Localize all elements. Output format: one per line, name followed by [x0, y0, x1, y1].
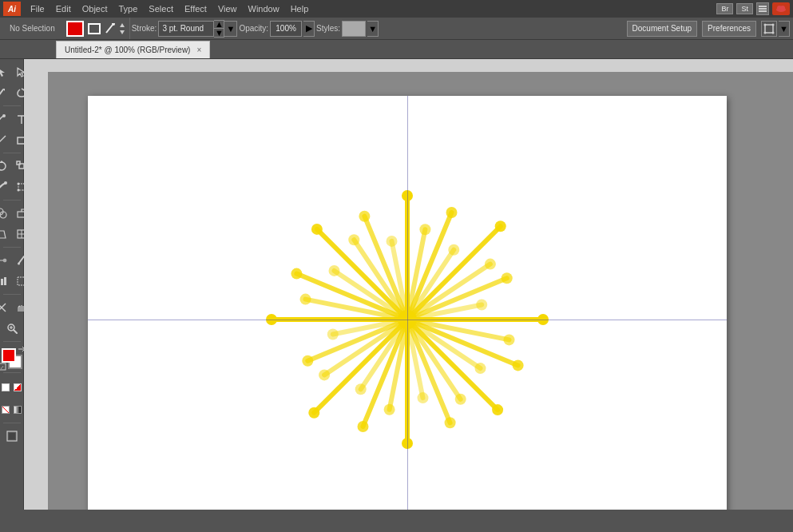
style-swatch[interactable] [342, 21, 366, 37]
svg-line-18 [0, 89, 3, 96]
screen-mode-btn[interactable] [2, 427, 22, 446]
svg-point-102 [311, 224, 323, 235]
stock-button[interactable]: St [736, 3, 753, 14]
svg-point-118 [495, 220, 506, 232]
menu-object[interactable]: Object [77, 2, 113, 15]
stroke-control[interactable]: 3 pt. Round ▲ ▼ ▼ [158, 20, 237, 38]
svg-point-74 [445, 417, 456, 428]
graph-tool-btn[interactable] [0, 272, 11, 291]
svg-point-72 [455, 394, 466, 405]
style-dropdown-btn[interactable]: ▼ [367, 21, 379, 37]
app-logo: Ai [3, 2, 21, 16]
slice-tool-btn[interactable] [0, 298, 11, 317]
color-section [63, 18, 130, 39]
toolbox-divider-6 [3, 341, 21, 342]
svg-point-15 [772, 31, 775, 34]
svg-marker-25 [0, 161, 4, 163]
toolbox: ⤢ [0, 59, 24, 510]
magic-wand-tool-btn[interactable] [0, 83, 11, 102]
svg-rect-60 [24, 59, 48, 510]
warp-tool-btn[interactable] [0, 177, 11, 197]
svg-point-41 [3, 259, 6, 262]
canvas-area[interactable]: // ruler ticks via SVG [24, 59, 793, 510]
svg-point-84 [355, 383, 367, 395]
cloud-button[interactable] [772, 2, 790, 15]
menu-view[interactable]: View [213, 2, 242, 15]
gradient-btn[interactable] [12, 400, 23, 419]
svg-rect-58 [9, 433, 15, 439]
transform-btn[interactable] [761, 21, 777, 37]
bridge-button[interactable]: Br [716, 3, 733, 14]
menu-select[interactable]: Select [144, 2, 178, 15]
toolbox-divider-8 [3, 423, 21, 423]
reset-colors-btn[interactable]: ⤢ [0, 363, 6, 372]
stroke-down-btn[interactable]: ▼ [214, 29, 224, 37]
toolbox-divider-1 [3, 105, 21, 106]
svg-point-112 [419, 224, 430, 235]
opacity-dropdown-btn[interactable]: ▶ [303, 21, 315, 37]
no-selection-label: No Selection [3, 24, 61, 33]
opacity-label: Opacity: [239, 24, 268, 33]
svg-point-68 [475, 363, 486, 374]
menu-window[interactable]: Window [244, 2, 284, 15]
mode-buttons [0, 378, 23, 397]
svg-point-100 [329, 265, 340, 276]
document-setup-button[interactable]: Document Setup [627, 21, 698, 37]
svg-rect-1 [759, 8, 767, 10]
workspace-button[interactable] [756, 2, 769, 15]
transform-options: ▼ [761, 21, 790, 37]
toolbox-divider-2 [3, 153, 21, 153]
menu-help[interactable]: Help [286, 2, 314, 15]
line-tool-btn[interactable] [0, 130, 11, 149]
svg-point-64 [504, 334, 515, 345]
svg-rect-0 [759, 6, 767, 7]
svg-point-124 [476, 300, 487, 311]
svg-point-12 [764, 23, 767, 26]
ruler-top: // ruler ticks via SVG [48, 59, 793, 72]
blend-tool-btn[interactable] [0, 251, 11, 270]
perspective-tool-btn[interactable] [0, 224, 11, 244]
tab-title: Untitled-2* @ 100% (RGB/Preview) [65, 46, 190, 54]
stroke-none-btn[interactable] [0, 400, 11, 419]
styles-label: Styles: [316, 24, 340, 33]
svg-point-108 [387, 236, 398, 247]
rotate-tool-btn[interactable] [0, 157, 11, 176]
fill-color-swatch[interactable] [66, 21, 84, 37]
stroke-label: Stroke: [132, 24, 157, 33]
svg-text:⤢: ⤢ [0, 365, 4, 370]
svg-point-116 [448, 244, 459, 256]
svg-point-104 [348, 234, 359, 245]
svg-line-52 [14, 330, 17, 333]
tab-close-button[interactable]: × [196, 46, 201, 54]
foreground-color-box[interactable] [2, 348, 16, 363]
preferences-button[interactable]: Preferences [702, 21, 756, 37]
menu-edit[interactable]: Edit [51, 2, 76, 15]
svg-point-92 [327, 329, 339, 340]
svg-point-30 [18, 183, 20, 185]
zoom-tool-btn[interactable] [2, 319, 22, 338]
pen-tool-btn[interactable] [0, 109, 11, 129]
stroke-value-display[interactable]: 3 pt. Round [158, 21, 214, 37]
svg-point-5 [780, 6, 785, 10]
svg-rect-2 [759, 10, 767, 12]
stroke-dropdown-btn[interactable]: ▼ [224, 21, 237, 37]
selection-tool-btn[interactable] [0, 62, 11, 81]
menu-file[interactable]: File [26, 2, 50, 15]
shape-builder-tool-btn[interactable] [0, 204, 11, 223]
normal-mode-btn[interactable] [0, 378, 11, 397]
opacity-value[interactable]: 100% [270, 21, 302, 37]
quick-mask-btn[interactable] [12, 378, 23, 397]
svg-line-7 [106, 25, 113, 33]
document-tab[interactable]: Untitled-2* @ 100% (RGB/Preview) × [56, 41, 210, 58]
arrow-up-down-icon [118, 22, 126, 35]
svg-point-13 [772, 23, 775, 26]
ruler-left [24, 59, 48, 510]
color-tools: ⤢ [2, 348, 22, 369]
menu-type[interactable]: Type [114, 2, 143, 15]
svg-point-76 [418, 392, 429, 403]
transform-dropdown-btn[interactable]: ▼ [779, 21, 790, 37]
svg-point-14 [764, 31, 767, 34]
stroke-indicator[interactable] [88, 23, 101, 34]
menu-bar: Ai File Edit Object Type Select Effect V… [0, 0, 793, 18]
menu-effect[interactable]: Effect [180, 2, 212, 15]
